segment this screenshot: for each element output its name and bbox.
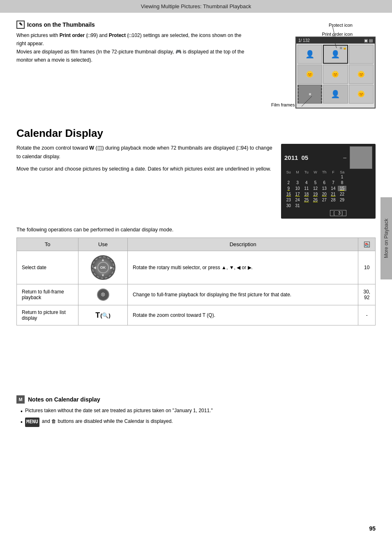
row2-ref: 30, 92 xyxy=(358,284,376,305)
note-item-2: MENU and 🗑 buttons are disabled while th… xyxy=(21,418,376,427)
table-row-piclist: Return to picture list display T(🔍) Rota… xyxy=(17,305,376,325)
arrow-down: ▼ xyxy=(101,273,105,277)
cal-month: 05 xyxy=(301,154,308,161)
cal-day-empty xyxy=(329,174,338,180)
sidebar-tab: More on Playback xyxy=(380,197,392,279)
cal-day-empty xyxy=(311,203,320,208)
cal-day-su: Su xyxy=(284,170,293,174)
thumbnails-diagram: Protect icon Print order icon Film frame… xyxy=(256,20,376,115)
ok-button-icon: Ⓥ xyxy=(97,288,109,301)
col-header-ref: 📚 xyxy=(358,238,376,251)
cal-day-w: W xyxy=(311,170,320,174)
thumbnails-text: ✎ Icons on the Thumbnails When pictures … xyxy=(16,20,248,115)
row3-to: Return to picture list display xyxy=(17,305,78,325)
cal-thumbnail xyxy=(350,146,372,169)
cal-day-empty xyxy=(302,174,311,180)
cal-day-15-selected: 15 xyxy=(338,186,346,191)
arrow-up: ▲ xyxy=(101,258,105,262)
row2-to: Return to full-frame playback xyxy=(17,284,78,305)
row2-use: Ⓥ xyxy=(78,284,128,305)
book-icon: 📚 xyxy=(364,242,370,247)
cal-day-empty xyxy=(284,174,293,180)
page-number: 95 xyxy=(369,525,376,532)
cal-day-17: 17 xyxy=(293,192,302,197)
cal-day-8: 8 xyxy=(338,180,346,185)
cal-day-empty xyxy=(320,203,329,208)
cal-day-empty xyxy=(311,174,320,180)
cal-day-sa: Sa xyxy=(338,170,346,174)
row1-desc: Rotate the rotary multi selector, or pre… xyxy=(128,251,358,284)
arrow-left: ◀ xyxy=(93,265,96,270)
cal-day-2: 2 xyxy=(284,180,293,185)
cal-day-empty xyxy=(293,174,302,180)
cal-day-th: Th xyxy=(320,170,329,174)
col-header-desc: Description xyxy=(128,238,358,251)
cal-day-12: 12 xyxy=(311,186,320,191)
cal-page-indicator: [ 3 ] xyxy=(330,210,346,216)
cal-day-19: 19 xyxy=(311,192,320,197)
notes-section: M Notes on Calendar display Pictures tak… xyxy=(16,395,376,427)
row2-desc: Change to full-frame playback for displa… xyxy=(128,284,358,305)
cal-mode-icon: ─ xyxy=(343,155,346,160)
arrow-right: ▶ xyxy=(110,265,113,270)
cal-day-9: 9 xyxy=(284,186,293,191)
cal-day-30: 30 xyxy=(284,203,293,208)
cal-day-empty xyxy=(320,174,329,180)
cal-day-13: 13 xyxy=(320,186,329,191)
note-item-1: Pictures taken without the date set are … xyxy=(21,407,376,416)
cal-day-23: 23 xyxy=(284,197,293,203)
cal-day-25: 25 xyxy=(302,197,311,203)
calendar-widget: 2011 05 ─ Su M Tu W Th F Sa xyxy=(281,144,376,219)
calendar-title: Calendar Display xyxy=(16,127,376,140)
rotary-selector-icon: ▲ ▼ ◀ ▶ OK xyxy=(91,255,115,280)
cal-day-18: 18 xyxy=(302,192,311,197)
cal-day-22: 22 xyxy=(338,192,346,197)
page-header: Viewing Multiple Pictures: Thumbnail Pla… xyxy=(0,0,392,13)
notes-icon: M xyxy=(16,395,25,404)
diagram-lines xyxy=(256,20,376,115)
cal-year: 2011 xyxy=(284,154,298,161)
spacer xyxy=(16,338,376,387)
thumbnails-section: ✎ Icons on the Thumbnails When pictures … xyxy=(16,20,376,115)
pencil-icon: ✎ xyxy=(16,21,25,29)
col-header-use: Use xyxy=(78,238,128,251)
cal-day-f: F xyxy=(329,170,338,174)
tq-zoom-icon: T(🔍) xyxy=(83,311,122,320)
calendar-body1: Rotate the zoom control toward W (◫) dur… xyxy=(16,144,273,162)
notes-list: Pictures taken without the date set are … xyxy=(16,407,376,427)
cal-day-21: 21 xyxy=(329,192,338,197)
row3-use: T(🔍) xyxy=(78,305,128,325)
thumbnails-body: When pictures with Print order (□99) and… xyxy=(16,32,248,64)
notes-title-row: M Notes on Calendar display xyxy=(16,395,376,404)
row3-desc: Rotate the zoom control toward T (Q). xyxy=(128,305,358,325)
cal-day-26: 26 xyxy=(311,197,320,203)
cal-day-27: 27 xyxy=(320,197,329,203)
cal-day-31: 31 xyxy=(293,203,302,208)
row3-ref: - xyxy=(358,305,376,325)
cal-day-5: 5 xyxy=(311,180,320,185)
cal-day-4: 4 xyxy=(302,180,311,185)
cal-day-tu: Tu xyxy=(302,170,311,174)
cal-day-28: 28 xyxy=(329,197,338,203)
main-content: ✎ Icons on the Thumbnails When pictures … xyxy=(0,13,392,436)
calendar-text: Rotate the zoom control toward W (◫) dur… xyxy=(16,144,273,219)
calendar-body2: Move the cursor and choose pictures by s… xyxy=(16,165,273,173)
cal-day-24: 24 xyxy=(293,197,302,203)
header-title: Viewing Multiple Pictures: Thumbnail Pla… xyxy=(141,3,251,9)
cal-day-3: 3 xyxy=(293,180,302,185)
cal-day-7: 7 xyxy=(329,180,338,185)
row1-ref: 10 xyxy=(358,251,376,284)
cal-day-1: 1 xyxy=(338,174,346,180)
cal-day-6: 6 xyxy=(320,180,329,185)
cal-day-20: 20 xyxy=(320,192,329,197)
cal-day-29: 29 xyxy=(338,197,346,203)
cal-day-14: 14 xyxy=(329,186,338,191)
cal-day-empty xyxy=(329,203,338,208)
cal-day-m: M xyxy=(293,170,302,174)
col-header-to: To xyxy=(17,238,78,251)
cal-day-11: 11 xyxy=(302,186,311,191)
table-row-fullframe: Return to full-frame playback Ⓥ Change t… xyxy=(17,284,376,305)
operations-table: To Use Description 📚 S xyxy=(16,238,376,325)
row1-use: ▲ ▼ ◀ ▶ OK xyxy=(78,251,128,284)
menu-text: MENU xyxy=(25,418,39,427)
